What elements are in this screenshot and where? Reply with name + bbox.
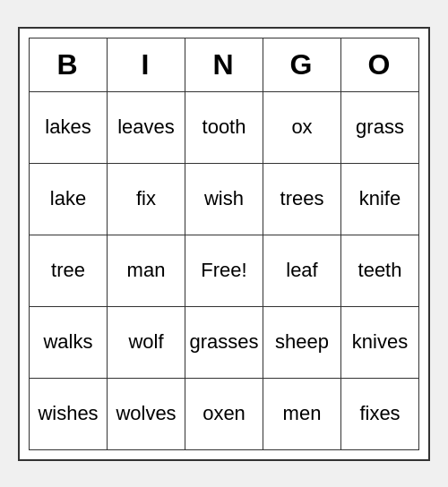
table-row: lakefixwishtreesknife	[30, 163, 419, 235]
header-i: I	[108, 38, 185, 91]
header-g: G	[263, 38, 341, 91]
table-cell: knives	[341, 306, 419, 378]
table-cell: leaves	[108, 91, 185, 163]
table-cell: fix	[108, 163, 185, 235]
table-cell: Free!	[185, 235, 263, 306]
table-cell: knife	[341, 163, 419, 235]
table-cell: teeth	[341, 235, 419, 306]
bingo-card: B I N G O lakesleavestoothoxgrasslakefix…	[18, 27, 430, 461]
table-cell: tree	[30, 235, 108, 306]
table-cell: lakes	[30, 91, 108, 163]
table-row: walkswolfgrassessheepknives	[30, 306, 419, 378]
table-cell: leaf	[263, 235, 341, 306]
table-cell: wishes	[30, 378, 108, 449]
table-row: lakesleavestoothoxgrass	[30, 91, 419, 163]
table-cell: ox	[263, 91, 341, 163]
table-cell: fixes	[341, 378, 419, 449]
header-o: O	[341, 38, 419, 91]
table-cell: trees	[263, 163, 341, 235]
table-cell: grass	[341, 91, 419, 163]
bingo-body: lakesleavestoothoxgrasslakefixwishtreesk…	[30, 91, 419, 449]
header-row: B I N G O	[30, 38, 419, 91]
table-cell: men	[263, 378, 341, 449]
table-cell: walks	[30, 306, 108, 378]
table-row: treemanFree!leafteeth	[30, 235, 419, 306]
table-cell: lake	[30, 163, 108, 235]
header-b: B	[30, 38, 108, 91]
table-cell: sheep	[263, 306, 341, 378]
table-cell: wolves	[108, 378, 185, 449]
header-n: N	[185, 38, 263, 91]
table-cell: man	[108, 235, 185, 306]
table-cell: tooth	[185, 91, 263, 163]
table-row: wisheswolvesoxenmenfixes	[30, 378, 419, 449]
table-cell: grasses	[185, 306, 263, 378]
table-cell: oxen	[185, 378, 263, 449]
bingo-table: B I N G O lakesleavestoothoxgrasslakefix…	[29, 38, 419, 450]
table-cell: wish	[185, 163, 263, 235]
table-cell: wolf	[108, 306, 185, 378]
